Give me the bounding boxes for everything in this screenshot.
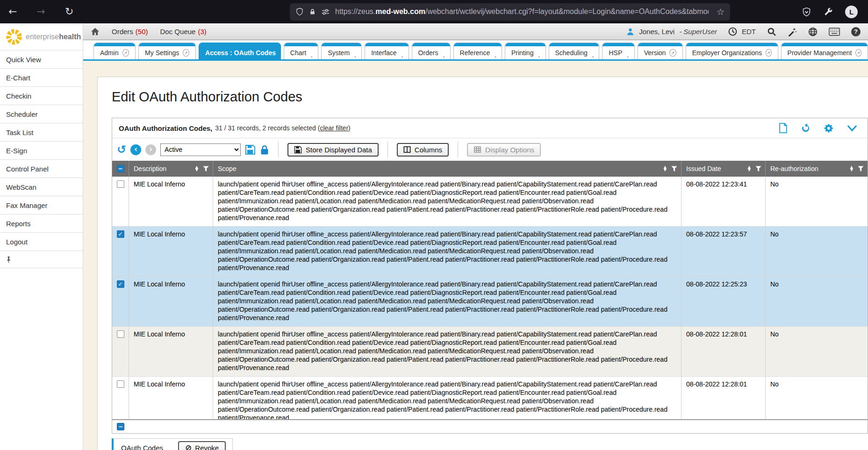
table-row[interactable]: MIE Local Inferno launch/patient openid … (112, 227, 868, 277)
sort-icon[interactable]: ▲▼ (748, 166, 751, 171)
browser-nav-buttons: ← → ↻ (0, 7, 290, 17)
external-link-icon: ↗ (122, 49, 129, 57)
select-all-checkbox[interactable] (117, 165, 124, 172)
sidebar-item-scheduler[interactable]: Scheduler (0, 105, 83, 123)
header-right-group: Jones, Levi - SuperUser EDT ? (626, 27, 861, 36)
tab-version[interactable]: Version↗ (638, 43, 683, 59)
row-checkbox[interactable] (117, 180, 124, 188)
cell-scope: launch/patient openid fhirUser offline_a… (213, 327, 681, 376)
sidebar-item-task-list[interactable]: Task List (0, 123, 83, 142)
sidebar-item-reports[interactable]: Reports (0, 214, 83, 233)
table-row[interactable]: MIE Local Inferno launch/patient openid … (112, 177, 868, 227)
row-checkbox[interactable] (117, 230, 124, 238)
tab-access-oauth-codes[interactable]: Access : OAuth Codes (199, 43, 281, 59)
row-checkbox[interactable] (117, 330, 124, 338)
filter-funnel-icon[interactable] (203, 166, 209, 172)
tracking-shield-icon[interactable] (295, 7, 304, 16)
toolbar-separator (458, 142, 458, 157)
clock-icon (728, 27, 737, 36)
grid-toolbar: ↺ ‹ › Active Store Displayed Data Column… (112, 138, 868, 161)
help-icon[interactable]: ? (851, 27, 861, 36)
sidebar-item-fax-manager[interactable]: Fax Manager (0, 196, 83, 214)
refresh-icon[interactable] (801, 123, 811, 133)
back-icon[interactable]: ← (8, 7, 17, 17)
next-page-button[interactable]: › (145, 144, 156, 155)
wand-icon[interactable] (788, 27, 797, 36)
sidebar-item-checkin[interactable]: Checkin (0, 87, 83, 105)
filter-funnel-icon[interactable] (858, 166, 864, 172)
forward-icon[interactable]: → (36, 7, 45, 17)
revoke-button[interactable]: ⊘ Revoke (178, 441, 226, 450)
tab-reference[interactable]: Reference (453, 43, 502, 59)
sort-icon[interactable]: ▲▼ (195, 166, 198, 171)
collapse-chevron-icon[interactable] (847, 125, 857, 132)
column-header-issued-date: Issued Date ▲▼ (681, 161, 766, 177)
column-header-reauthorization: Re-authorization ▲▼ (766, 161, 868, 177)
tab-provider-management[interactable]: Provider Management↗ (781, 43, 868, 59)
document-icon[interactable] (779, 123, 788, 133)
oauth-codes-grid: OAuth Authorization Codes, 31 / 31 recor… (112, 118, 868, 434)
toolbar-separator (278, 142, 279, 157)
cell-issued-date: 08-08-2022 12:23:57 (681, 227, 766, 276)
tab-orders[interactable]: Orders (412, 43, 451, 59)
tab-scheduling[interactable]: Scheduling (549, 43, 600, 59)
orders-link[interactable]: Orders(50) (112, 28, 148, 36)
tab-printing[interactable]: Printing (505, 43, 546, 59)
tab-my-settings[interactable]: My Settings↗ (138, 43, 196, 59)
main-column: Orders(50) Doc Queue(3) Jones, Levi - Su… (83, 23, 868, 450)
filter-funnel-icon[interactable] (755, 166, 761, 172)
wrench-icon[interactable] (824, 7, 833, 16)
tab-hsp[interactable]: HSP (602, 43, 634, 59)
tab-chart[interactable]: Chart (284, 43, 319, 59)
store-displayed-data-button[interactable]: Store Displayed Data (287, 143, 379, 157)
prev-page-button[interactable]: ‹ (130, 144, 141, 155)
permissions-icon[interactable] (321, 8, 330, 15)
sidebar-item-logout[interactable]: Logout (0, 233, 83, 251)
select-all-checkbox-bottom[interactable] (117, 423, 124, 430)
tab-oauth-codes[interactable]: OAuth Codes (112, 438, 172, 450)
sidebar-item-quick-view[interactable]: Quick View (0, 50, 83, 69)
user-icon (626, 28, 634, 36)
column-header-scope: Scope ▲▼ (213, 161, 681, 177)
tab-employer-organizations[interactable]: Employer Organizations↗ (686, 43, 778, 59)
profile-avatar[interactable]: L (845, 6, 858, 18)
sort-icon[interactable]: ▲▼ (664, 166, 667, 171)
sidebar-item-e-chart[interactable]: E-Chart (0, 69, 83, 87)
clear-filter-link[interactable]: clear filter (320, 124, 348, 132)
doc-queue-link[interactable]: Doc Queue(3) (160, 28, 207, 36)
sidebar-item-webscan[interactable]: WebScan (0, 178, 83, 196)
content-area: Edit OAuth Authorization Codes OAuth Aut… (83, 61, 868, 450)
reload-icon[interactable]: ↻ (65, 7, 73, 17)
enterprise-health-brand: enterprisehealth (0, 23, 83, 50)
row-checkbox[interactable] (117, 380, 124, 388)
sort-icon[interactable]: ▲▼ (850, 166, 853, 171)
tab-system[interactable]: System (321, 43, 362, 59)
sidebar-item-e-sign[interactable]: E-Sign (0, 142, 83, 160)
columns-button[interactable]: Columns (397, 143, 449, 157)
filter-funnel-icon[interactable] (671, 166, 677, 172)
status-filter-select[interactable]: Active (160, 143, 241, 156)
save-filter-icon[interactable] (245, 144, 256, 155)
webchart-oauth-codes-page: { "browser": { "url_scheme_host": "https… (0, 0, 868, 450)
sidebar-pin-toggle[interactable] (0, 251, 83, 268)
bookmark-star-icon[interactable]: ☆ (717, 7, 725, 16)
keyboard-icon[interactable] (829, 28, 840, 36)
address-bar[interactable]: https://zeus.med-web.com/webchart/wctlev… (290, 3, 730, 21)
tab-interface[interactable]: Interface (365, 43, 409, 59)
gear-icon[interactable] (824, 123, 834, 133)
table-row[interactable]: MIE Local Inferno launch/patient openid … (112, 327, 868, 377)
lock-filter-icon[interactable] (260, 144, 269, 155)
table-row[interactable]: MIE Local Inferno launch/patient openid … (112, 377, 868, 419)
table-row[interactable]: MIE Local Inferno launch/patient openid … (112, 277, 868, 327)
account-shield-icon[interactable] (802, 7, 811, 17)
bottom-action-panel: OAuth Codes ⊘ Revoke (112, 438, 868, 450)
sidebar-item-control-panel[interactable]: Control Panel (0, 160, 83, 178)
globe-icon[interactable] (808, 27, 818, 36)
undo-icon[interactable]: ↺ (117, 144, 126, 155)
row-checkbox[interactable] (117, 280, 124, 288)
cell-reauthorization: No (766, 177, 868, 226)
search-icon[interactable] (767, 27, 776, 36)
tab-admin[interactable]: Admin↗ (93, 43, 136, 59)
browser-toolbar: ← → ↻ https://zeus.med-web.com/webchart/… (0, 0, 868, 23)
home-icon[interactable] (91, 28, 100, 36)
